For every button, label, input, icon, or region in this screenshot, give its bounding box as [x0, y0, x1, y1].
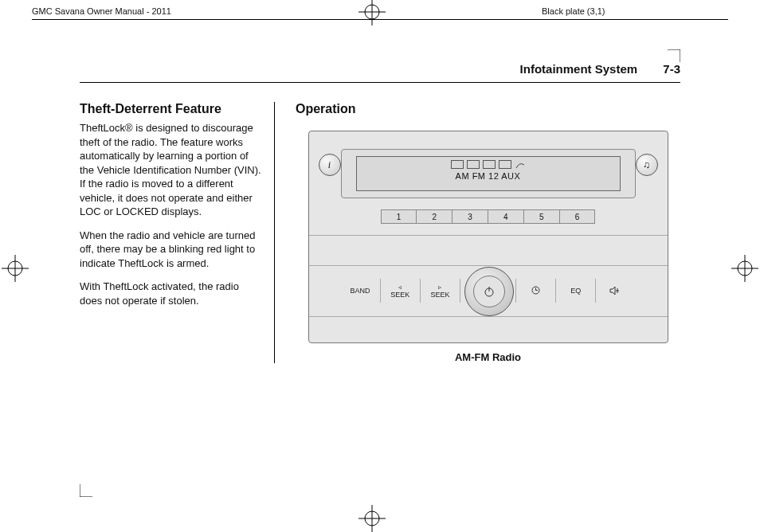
speaker-icon: [609, 286, 622, 295]
page-number: 7-3: [663, 62, 680, 76]
display-main-line: AM FM 12 AUX: [357, 171, 620, 181]
display-bezel: AM FM 12 AUX: [341, 149, 636, 198]
display-indicator-row: [357, 160, 620, 169]
registration-mark-bottom: [358, 505, 386, 532]
svg-point-18: [532, 287, 539, 294]
preset-4: 4: [488, 209, 524, 224]
registration-mark-right: [731, 255, 758, 282]
speaker-button: [596, 279, 635, 303]
music-note-icon: ♫: [643, 159, 650, 170]
info-button: i: [319, 154, 341, 176]
clock-icon: [531, 286, 540, 295]
registration-mark-top: [358, 0, 386, 25]
antenna-icon: [515, 160, 526, 169]
seek-back-button: ◃ SEEK: [381, 279, 421, 303]
manual-title: GMC Savana Owner Manual - 2011: [32, 6, 171, 16]
theft-para-1: TheftLock® is designed to discourage the…: [80, 121, 263, 219]
band-label: BAND: [351, 287, 370, 295]
eq-label: EQ: [570, 287, 581, 295]
seek-fwd-label: SEEK: [430, 291, 449, 299]
clock-button: [516, 279, 556, 303]
crop-corner-tr: [668, 49, 680, 62]
seek-back-label: SEEK: [390, 291, 409, 299]
running-head: Infotainment System 7-3: [80, 62, 680, 83]
left-column: Theft-Deterrent Feature TheftLock® is de…: [80, 102, 275, 363]
registration-mark-left: [2, 255, 29, 282]
preset-5: 5: [524, 209, 560, 224]
preset-3: 3: [452, 209, 488, 224]
two-column-layout: Theft-Deterrent Feature TheftLock® is de…: [80, 102, 680, 363]
chapter-title: Infotainment System: [520, 62, 638, 76]
preset-row: 1 2 3 4 5 6: [381, 209, 596, 224]
seek-back-icon: ◃: [398, 284, 402, 291]
eq-button: EQ: [556, 279, 596, 303]
theft-para-3: With TheftLock activated, the radio does…: [80, 280, 263, 307]
info-icon: i: [328, 159, 331, 171]
power-icon: [484, 286, 495, 297]
category-button: ♫: [636, 154, 658, 176]
operation-heading: Operation: [296, 102, 680, 116]
plate-note: Black plate (3,1): [542, 6, 605, 16]
figure-caption: AM-FM Radio: [296, 351, 680, 363]
band-button: BAND: [341, 279, 381, 303]
page-content: Infotainment System 7-3 Theft-Deterrent …: [80, 62, 680, 492]
radio-display: AM FM 12 AUX: [356, 156, 621, 191]
preset-2: 2: [417, 209, 452, 224]
seek-fwd-icon: ▹: [438, 284, 441, 291]
volume-power-knob: [464, 267, 514, 316]
radio-faceplate: i ♫ AM FM 12 AUX: [308, 131, 668, 343]
seek-fwd-button: ▹ SEEK: [421, 279, 460, 303]
preset-1: 1: [381, 209, 417, 224]
theft-para-2: When the radio and vehicle are turned of…: [80, 229, 263, 271]
theft-deterrent-heading: Theft-Deterrent Feature: [80, 102, 263, 116]
preset-6: 6: [560, 209, 596, 224]
radio-figure: i ♫ AM FM 12 AUX: [296, 131, 680, 363]
right-column: Operation i ♫: [291, 102, 680, 363]
